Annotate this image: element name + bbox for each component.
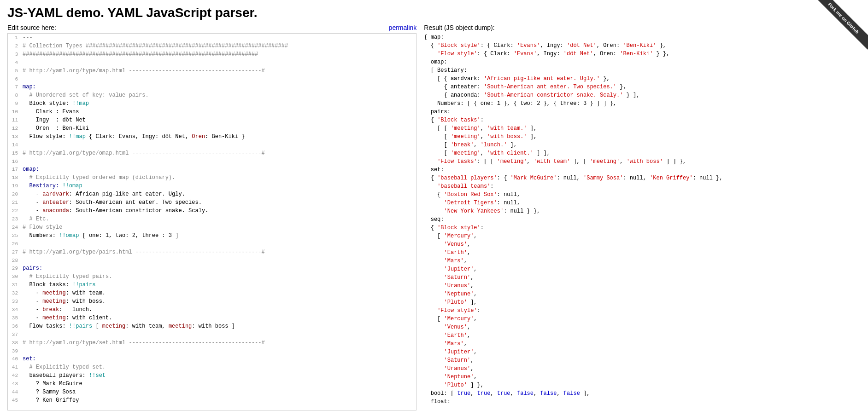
editor-line: 30 # Explicitly typed pairs. <box>8 272 416 281</box>
editor-line: 41 # Explicitly typed set. <box>8 363 416 371</box>
editor-line: 3#######################################… <box>8 50 416 58</box>
editor-line: 12 Oren : Ben-Kiki <box>8 124 416 133</box>
editor-line: 28 <box>8 256 416 265</box>
editor-line: 15# http://yaml.org/type/omap.html -----… <box>8 149 416 157</box>
github-ribbon[interactable]: Fork me on GitHub <box>813 0 868 55</box>
editor-area[interactable]: 1--- 2# Collection Types ###############… <box>7 33 416 410</box>
editor-line: 39 <box>8 347 416 355</box>
editor-line: 22 - anaconda: South-American constricto… <box>8 207 416 215</box>
editor-line: 33 - meeting: with boss. <box>8 297 416 306</box>
editor-line: 34 - break: lunch. <box>8 306 416 314</box>
editor-line: 37 <box>8 330 416 339</box>
editor-line: 40set: <box>8 355 416 363</box>
editor-table: 1--- 2# Collection Types ###############… <box>8 34 416 404</box>
editor-line: 43 ? Mark McGuire <box>8 380 416 388</box>
editor-line: 6 <box>8 75 416 83</box>
editor-line: 14 <box>8 141 416 149</box>
right-panel: Result (JS object dump): { map: { 'Block… <box>416 22 868 410</box>
editor-line: 13 Flow style: !!map { Clark: Evans, Ing… <box>8 133 416 141</box>
permalink-link[interactable]: permalink <box>389 24 417 31</box>
editor-line: 9 Block style: !!map <box>8 99 416 108</box>
editor-line: 18 # Explicitly typed ordered map (dicti… <box>8 173 416 182</box>
editor-line: 20 - aardvark: African pig-like ant eate… <box>8 190 416 198</box>
editor-line: 25 Numbers: !!omap [ one: 1, two: 2, thr… <box>8 231 416 240</box>
right-header: Result (JS object dump): <box>424 22 861 33</box>
editor-line: 5# http://yaml.org/type/map.html -------… <box>8 67 416 75</box>
editor-line: 27# http://yaml.org/type/pairs.html ----… <box>8 248 416 256</box>
left-panel: Edit source here: permalink 1--- 2# Coll… <box>0 22 416 410</box>
editor-line: 29pairs: <box>8 264 416 272</box>
main-layout: Edit source here: permalink 1--- 2# Coll… <box>0 22 868 410</box>
editor-line: 44 ? Sammy Sosa <box>8 388 416 396</box>
edit-source-label: Edit source here: <box>7 24 56 31</box>
editor-line: 45 ? Ken Griffey <box>8 396 416 404</box>
editor-line: 19 Bestiary: !!omap <box>8 182 416 190</box>
editor-line: 10 Clark : Evans <box>8 108 416 116</box>
editor-line: 4 <box>8 58 416 67</box>
editor-line: 17omap: <box>8 165 416 173</box>
editor-line: 21 - anteater: South-American ant eater.… <box>8 198 416 207</box>
result-area: { map: { 'Block style': { Clark: 'Evans'… <box>424 33 861 406</box>
ribbon-link[interactable]: Fork me on GitHub <box>813 0 868 50</box>
editor-line: 7map: <box>8 83 416 91</box>
editor-line: 8 # Unordered set of key: value pairs. <box>8 91 416 99</box>
editor-line: 24# Flow style <box>8 223 416 231</box>
editor-line: 36 Flow tasks: !!pairs [ meeting: with t… <box>8 322 416 330</box>
page-header: JS-YAML demo. YAML JavaScript parser. <box>0 0 868 22</box>
left-header: Edit source here: permalink <box>7 22 416 33</box>
editor-line: 2# Collection Types ####################… <box>8 42 416 50</box>
editor-line: 32 - meeting: with team. <box>8 289 416 297</box>
editor-line: 11 Ingy : döt Net <box>8 116 416 124</box>
editor-line: 42 baseball players: !!set <box>8 371 416 380</box>
editor-line: 31 Block tasks: !!pairs <box>8 281 416 289</box>
editor-line: 1--- <box>8 34 416 42</box>
editor-line: 35 - meeting: with client. <box>8 314 416 322</box>
editor-line: 38# http://yaml.org/type/set.html ------… <box>8 339 416 347</box>
editor-line: 23 # Etc. <box>8 215 416 223</box>
editor-line: 16 <box>8 157 416 166</box>
page-title: JS-YAML demo. YAML JavaScript parser. <box>7 6 861 20</box>
editor-line: 26 <box>8 240 416 248</box>
